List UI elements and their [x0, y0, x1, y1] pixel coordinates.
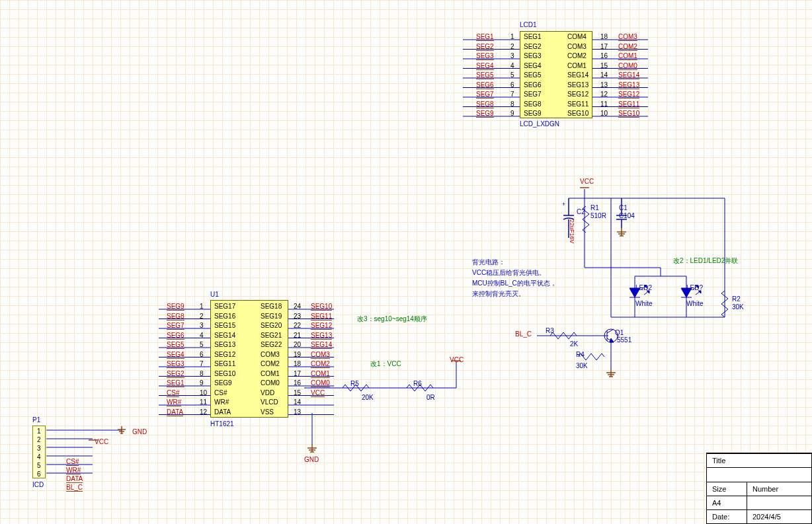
lcd-left-num-0: 1	[510, 33, 514, 40]
u1-left-net-0: SEG9	[167, 303, 184, 311]
lcd-left-num-3: 4	[510, 62, 514, 69]
u1-right-num-10: 14	[294, 398, 301, 406]
lcd-left-name-0: SEG1	[524, 33, 542, 40]
u1-right-num-0: 24	[294, 303, 301, 310]
lcd-left-name-8: SEG9	[524, 110, 542, 117]
lcd-right-num-2: 16	[600, 52, 608, 59]
lcd-left-num-6: 7	[510, 91, 514, 98]
lcd-left-net-7: SEG8	[476, 100, 494, 108]
u1-right-name-1: SEG19	[261, 313, 282, 320]
u1-left-net-3: SEG6	[167, 332, 184, 340]
lcd-left-num-4: 5	[510, 71, 514, 79]
u1-right-name-11: VSS	[261, 408, 274, 416]
p1-pin-2: 3	[37, 445, 41, 452]
u1-left-num-4: 5	[200, 341, 204, 348]
u1-left-num-8: 9	[200, 379, 204, 387]
lcd-left-net-2: SEG3	[476, 52, 494, 60]
lcd-left-name-4: SEG5	[524, 71, 542, 79]
lcd-left-net-0: SEG1	[476, 33, 494, 41]
titleblock-size: A4	[707, 496, 747, 509]
u1-left-net-4: SEG5	[167, 341, 184, 349]
lcd-right-net-5: SEG13	[618, 81, 639, 89]
lcd-left-name-3: SEG4	[524, 62, 542, 69]
svg-marker-44	[629, 288, 640, 297]
u1-left-net-9: CS#	[167, 389, 179, 397]
p1-net-2: CS#	[66, 458, 79, 466]
u1-right-net-5: COM3	[311, 351, 330, 359]
svg-marker-52	[681, 288, 692, 297]
lcd-left-net-1: SEG2	[476, 43, 494, 51]
p1-net-4: DATA	[66, 475, 83, 483]
lcd-right-name-7: SEG11	[567, 100, 589, 108]
u1-left-num-10: 11	[200, 398, 207, 406]
lcd-right-name-0: COM4	[567, 33, 587, 40]
lcd-left-num-8: 9	[510, 110, 514, 117]
u1-left-num-9: 10	[200, 389, 207, 396]
lcd-right-name-8: SEG10	[567, 110, 589, 117]
u1-right-name-2: SEG20	[261, 322, 282, 329]
u1-right-num-9: 15	[294, 389, 301, 396]
p1-pin-1: 2	[37, 436, 41, 443]
titleblock-date-label: Date:	[707, 510, 747, 523]
u1-right-net-3: SEG13	[311, 332, 332, 340]
u1-right-name-9: VDD	[261, 389, 274, 396]
u1-right-net-8: COM0	[311, 379, 330, 387]
u1-right-num-5: 19	[294, 351, 301, 358]
u1-left-name-2: SEG15	[214, 322, 235, 329]
u1-right-name-6: COM2	[261, 360, 280, 367]
lcd-right-name-6: SEG12	[567, 91, 589, 98]
u1-right-num-4: 20	[294, 341, 301, 348]
svg-marker-67	[610, 338, 614, 342]
lcd-left-num-7: 8	[510, 100, 514, 108]
u1-left-name-8: SEG9	[214, 379, 232, 387]
lcd-right-name-3: COM1	[567, 62, 587, 69]
lcd-right-name-2: COM2	[567, 52, 587, 59]
lcd-right-net-3: COM0	[618, 62, 637, 70]
u1-right-num-11: 13	[294, 408, 301, 416]
lcd-right-name-1: COM3	[567, 43, 587, 50]
lcd-right-net-6: SEG12	[618, 91, 639, 98]
u1-right-name-8: COM0	[261, 379, 280, 387]
wires-svg: +	[0, 0, 812, 524]
u1-right-num-6: 18	[294, 360, 301, 367]
u1-left-name-5: SEG12	[214, 351, 235, 358]
u1-left-net-1: SEG8	[167, 313, 184, 320]
lcd-left-net-6: SEG7	[476, 91, 494, 98]
svg-text:+: +	[562, 201, 565, 207]
lcd-right-num-5: 13	[600, 81, 608, 89]
u1-left-net-10: WR#	[167, 398, 181, 406]
lcd-left-net-8: SEG9	[476, 110, 494, 118]
u1-right-net-2: SEG12	[311, 322, 332, 330]
p1-pin-4: 5	[37, 462, 41, 469]
u1-left-net-2: SEG7	[167, 322, 184, 330]
titleblock-date: 2024/4/5	[747, 510, 811, 523]
lcd-right-num-0: 18	[600, 33, 608, 40]
u1-right-num-2: 22	[294, 322, 301, 329]
lcd-left-name-5: SEG6	[524, 81, 542, 89]
lcd-left-num-2: 3	[510, 52, 514, 59]
u1-left-name-6: SEG11	[214, 360, 235, 367]
lcd-left-name-1: SEG2	[524, 43, 542, 50]
u1-left-num-2: 3	[200, 322, 204, 329]
p1-pin-0: 1	[37, 428, 41, 435]
u1-left-name-11: DATA	[214, 408, 231, 416]
lcd-right-name-5: SEG13	[567, 81, 589, 89]
u1-left-net-5: SEG4	[167, 351, 184, 359]
u1-left-num-7: 8	[200, 370, 204, 377]
lcd-left-num-5: 6	[510, 81, 514, 89]
p1-net-5: BL_C	[66, 484, 83, 492]
lcd-left-name-7: SEG8	[524, 100, 542, 108]
u1-left-num-5: 6	[200, 351, 204, 358]
u1-right-name-7: COM1	[261, 370, 280, 377]
lcd-left-net-4: SEG5	[476, 71, 494, 79]
lcd-right-num-3: 15	[600, 62, 608, 69]
u1-right-num-7: 17	[294, 370, 301, 377]
title-block: Title Size Number A4 Date: 2024/4/5	[706, 453, 812, 524]
lcd-right-num-7: 11	[600, 100, 608, 108]
lcd-right-net-4: SEG14	[618, 71, 639, 79]
u1-left-name-9: CS#	[214, 389, 227, 396]
lcd-right-net-2: COM1	[618, 52, 637, 60]
u1-left-net-8: SEG1	[167, 379, 184, 387]
lcd-right-num-6: 12	[600, 91, 608, 98]
u1-left-name-7: SEG10	[214, 370, 235, 377]
